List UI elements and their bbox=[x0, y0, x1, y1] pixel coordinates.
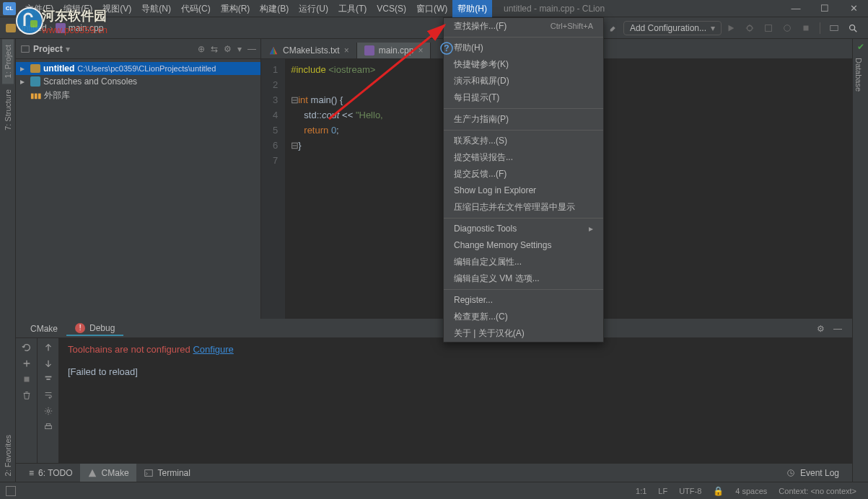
structure-toolwindow-button[interactable]: 7: Structure bbox=[2, 84, 14, 136]
file-encoding[interactable]: UTF-8 bbox=[673, 487, 707, 495]
svg-point-15 bbox=[47, 410, 50, 412]
stop-icon[interactable] bbox=[22, 374, 32, 384]
stop-button[interactable] bbox=[798, 20, 814, 36]
tab-cmakelists[interactable]: CMakeLists.txt × bbox=[261, 43, 357, 58]
breadcrumb-file[interactable]: main.cpp bbox=[69, 23, 104, 33]
debug-button[interactable] bbox=[742, 20, 758, 36]
hide-panel-icon[interactable]: — bbox=[829, 324, 846, 334]
cmake-tab[interactable]: CMake bbox=[80, 464, 136, 482]
menu-edit[interactable]: 编辑(E) bbox=[58, 0, 97, 17]
menubar: CL 文件(F) 编辑(E) 视图(V) 导航(N) 代码(C) 重构(R) 构… bbox=[0, 0, 868, 17]
cmake-console[interactable]: Toolchains are not configured Configure … bbox=[59, 338, 852, 463]
build-hammer-icon[interactable] bbox=[606, 20, 622, 36]
terminal-tab[interactable]: Terminal bbox=[136, 464, 198, 482]
close-tab-icon[interactable]: × bbox=[344, 45, 349, 56]
maximize-button[interactable]: ☐ bbox=[810, 0, 839, 17]
cmake-msgs-tab[interactable]: CMake bbox=[22, 322, 66, 335]
print-icon[interactable] bbox=[43, 422, 53, 432]
help-updates[interactable]: 检查更新...(C) bbox=[444, 309, 603, 325]
menu-vcs[interactable]: VCS(S) bbox=[372, 0, 411, 17]
menu-window[interactable]: 窗口(W) bbox=[411, 0, 452, 17]
menu-build[interactable]: 构建(B) bbox=[255, 0, 294, 17]
help-bugreport[interactable]: 提交错误报告... bbox=[444, 149, 603, 166]
project-toolwindow-button[interactable]: 1: Project bbox=[2, 39, 14, 84]
help-productivity[interactable]: 生产力指南(P) bbox=[444, 111, 603, 128]
line-separator[interactable]: LF bbox=[652, 487, 673, 495]
breadcrumb-root[interactable]: untitled bbox=[19, 23, 47, 33]
plus-icon[interactable] bbox=[22, 358, 32, 368]
run-button[interactable] bbox=[723, 20, 739, 36]
gear-icon[interactable] bbox=[43, 406, 53, 416]
caret-position[interactable]: 1:1 bbox=[630, 487, 652, 495]
help-compress-log[interactable]: 压缩日志并在文件管理器中显示 bbox=[444, 199, 603, 216]
help-custom-props[interactable]: 编辑自定义属性... bbox=[444, 254, 603, 270]
menu-refactor[interactable]: 重构(R) bbox=[216, 0, 255, 17]
profile-button[interactable] bbox=[779, 20, 795, 36]
svg-rect-16 bbox=[45, 425, 51, 428]
help-help[interactable]: 帮助(H) bbox=[444, 40, 603, 56]
trash-icon[interactable] bbox=[22, 390, 32, 400]
code-content[interactable]: #include <iostream> ⊟int main() { std::c… bbox=[285, 59, 389, 319]
up-icon[interactable] bbox=[43, 343, 53, 353]
debug-msgs-tab[interactable]: !Debug bbox=[66, 322, 123, 336]
menu-help[interactable]: 帮助(H) bbox=[452, 0, 492, 17]
todo-tab[interactable]: ≡6: TODO bbox=[22, 464, 80, 482]
hide-panel-icon[interactable]: — bbox=[247, 44, 256, 54]
help-memory[interactable]: Change Memory Settings bbox=[444, 237, 603, 254]
help-show-log[interactable]: Show Log in Explorer bbox=[444, 182, 603, 199]
down-icon[interactable] bbox=[43, 358, 53, 368]
minimize-button[interactable]: — bbox=[781, 0, 810, 17]
help-feedback[interactable]: 提交反馈...(F) bbox=[444, 166, 603, 182]
bottom-tabs: CMake !Debug ⚙ — bbox=[16, 319, 852, 338]
tree-scratches[interactable]: ▸ Scratches and Consoles bbox=[16, 75, 260, 88]
update-project-icon[interactable] bbox=[826, 20, 842, 36]
help-diagnostics[interactable]: Diagnostic Tools▸ bbox=[444, 221, 603, 237]
database-toolwindow-button[interactable]: Database bbox=[853, 52, 864, 97]
left-toolstrip: 1: Project 7: Structure 2: Favorites bbox=[0, 39, 16, 482]
indent-setting[interactable]: 4 spaces bbox=[729, 487, 773, 495]
configure-link[interactable]: Configure bbox=[193, 344, 233, 355]
help-support[interactable]: 联系支持...(S) bbox=[444, 133, 603, 149]
help-register[interactable]: Register... bbox=[444, 292, 603, 309]
help-tip[interactable]: 每日提示(T) bbox=[444, 89, 603, 106]
settings-gear-icon[interactable]: ⚙ bbox=[224, 44, 232, 54]
menu-file[interactable]: 文件(F) bbox=[20, 0, 58, 17]
help-about[interactable]: 关于 | 关于汉化(A) bbox=[444, 325, 603, 342]
menu-code[interactable]: 代码(C) bbox=[176, 0, 216, 17]
event-log-tab[interactable]: Event Log bbox=[779, 464, 846, 482]
expand-all-icon[interactable]: ⇆ bbox=[211, 44, 218, 54]
readonly-lock-icon[interactable]: 🔒 bbox=[707, 486, 729, 496]
breadcrumb: untitled › main.cpp bbox=[6, 23, 103, 33]
reload-icon[interactable] bbox=[22, 343, 32, 353]
menu-view[interactable]: 视图(V) bbox=[97, 0, 136, 17]
terminal-icon bbox=[144, 468, 154, 478]
add-configuration-dropdown[interactable]: Add Configuration...▾ bbox=[623, 21, 722, 35]
menu-tools[interactable]: 工具(T) bbox=[333, 0, 372, 17]
filter-icon[interactable] bbox=[43, 374, 53, 384]
tree-external-libs[interactable]: ▮▮▮ 外部库 bbox=[16, 88, 260, 103]
select-opened-icon[interactable]: ⊕ bbox=[198, 44, 205, 54]
help-keymap[interactable]: 快捷键参考(K) bbox=[444, 56, 603, 73]
tab-main-cpp[interactable]: main.cpp × bbox=[357, 43, 431, 58]
help-demos[interactable]: 演示和截屏(D) bbox=[444, 73, 603, 89]
menu-nav[interactable]: 导航(N) bbox=[136, 0, 176, 17]
menu-run[interactable]: 运行(U) bbox=[294, 0, 333, 17]
toolwindow-toggle-icon[interactable] bbox=[6, 486, 16, 496]
softwrap-icon[interactable] bbox=[43, 390, 53, 400]
panel-settings-icon[interactable]: ⚙ bbox=[812, 324, 829, 334]
close-button[interactable]: ✕ bbox=[839, 0, 868, 17]
coverage-button[interactable] bbox=[760, 20, 776, 36]
run-context[interactable]: Context: <no context> bbox=[773, 487, 862, 495]
window-title: untitled - main.cpp - CLion bbox=[504, 4, 605, 14]
library-icon: ▮▮▮ bbox=[30, 92, 41, 100]
favorites-toolwindow-button[interactable]: 2: Favorites bbox=[2, 429, 14, 482]
project-tree: ▸ untitled C:\Users\pc0359\CLionProjects… bbox=[16, 59, 260, 106]
project-title: Project bbox=[33, 44, 63, 54]
search-everywhere-icon[interactable] bbox=[845, 20, 861, 36]
close-tab-icon[interactable]: × bbox=[418, 45, 423, 56]
toolbar: untitled › main.cpp Add Configuration...… bbox=[0, 17, 868, 39]
help-vm-options[interactable]: 编辑自定义 VM 选项... bbox=[444, 270, 603, 287]
tree-root-folder[interactable]: ▸ untitled C:\Users\pc0359\CLionProjects… bbox=[16, 62, 260, 75]
inspection-ok-icon[interactable]: ✔ bbox=[853, 42, 868, 52]
help-find-action[interactable]: 查找操作...(F)Ctrl+Shift+A bbox=[444, 18, 603, 35]
